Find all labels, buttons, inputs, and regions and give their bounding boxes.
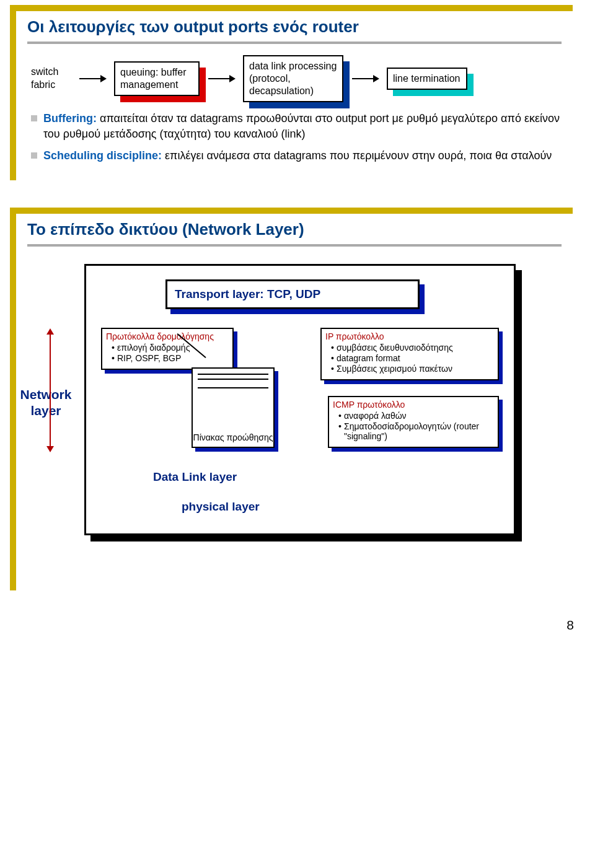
slide-title-bar: Οι λειτουργίες των output ports ενός rou… — [27, 17, 562, 44]
buffering-lead: Buffering: — [43, 112, 97, 125]
arrow-icon — [208, 78, 234, 79]
buffering-text: απαιτείται όταν τα datagrams προωθούνται… — [43, 112, 560, 140]
ip-item: datagram format — [334, 353, 494, 363]
network-layer-diagram: Network layer Transport layer: TCP, UDP … — [84, 264, 558, 535]
forwarding-table-caption: Πίνακας προώθησης — [193, 432, 273, 443]
slide-output-ports: Οι λειτουργίες των output ports ενός rou… — [10, 5, 573, 180]
net-stack-box: Transport layer: TCP, UDP Πρωτόκολλα δρο… — [84, 264, 516, 535]
ip-protocol-panel: IP πρωτόκολλο συμβάσεις διευθυνσιοδότηση… — [320, 328, 499, 380]
routing-protocols-panel: Πρωτόκολλα δρομολόγησης επιλογή διαδρομή… — [101, 328, 234, 370]
line-term-text: line termination — [387, 68, 467, 90]
data-link-layer-label: Data Link layer — [153, 470, 237, 484]
routing-items: επιλογή διαδρομής RIP, OSPF, BGP — [115, 343, 229, 363]
bullet-icon — [31, 115, 37, 121]
forwarding-table-panel: Πίνακας προώθησης — [192, 367, 275, 448]
pipeline-left-label: switch fabric — [31, 66, 71, 92]
extent-arrow-icon — [50, 330, 51, 451]
page-number: 8 — [0, 618, 574, 633]
arrow-icon — [352, 78, 378, 79]
switch-label: switch — [31, 66, 71, 79]
icmp-items: αναφορά λαθών Σηματοδοσίαδρομολογητών (r… — [342, 411, 494, 441]
output-port-pipeline: switch fabric queuing: buffer management… — [31, 55, 562, 102]
slide-network-layer: Το επίπεδο δικτύου (Network Layer) Netwo… — [10, 208, 573, 590]
datalink-text: data link processing (protocol, decapsul… — [243, 55, 343, 102]
physical-layer-label: physical layer — [182, 500, 260, 514]
datalink-box: data link processing (protocol, decapsul… — [243, 55, 343, 102]
routing-item: επιλογή διαδρομής — [115, 343, 229, 353]
bullet-buffering: Buffering: απαιτείται όταν τα datagrams … — [31, 111, 562, 142]
icmp-title: ICMP πρωτόκολλο — [333, 400, 494, 410]
transport-layer-box: Transport layer: TCP, UDP — [165, 279, 420, 309]
icmp-item: αναφορά λαθών — [342, 411, 494, 421]
bullet-icon — [31, 152, 37, 159]
bullet-scheduling: Scheduling discipline: επιλέγει ανάμεσα … — [31, 148, 562, 164]
ip-item: συμβάσεις διευθυνσιοδότησης — [334, 343, 494, 353]
line-term-box: line termination — [387, 68, 467, 90]
fabric-label: fabric — [31, 79, 71, 92]
slide1-bullets: Buffering: απαιτείται όταν τα datagrams … — [27, 111, 562, 164]
routing-item: RIP, OSPF, BGP — [115, 353, 229, 363]
ip-items: συμβάσεις διευθυνσιοδότησης datagram for… — [334, 343, 494, 374]
queuing-text: queuing: buffer management — [114, 61, 200, 96]
scheduling-lead: Scheduling discipline: — [43, 149, 162, 162]
arrow-icon — [79, 78, 105, 79]
queuing-box: queuing: buffer management — [114, 61, 200, 96]
ip-item: Συμβάσεις χειρισμού πακέτων — [334, 364, 494, 374]
icmp-protocol-panel: ICMP πρωτόκολλο αναφορά λαθών Σηματοδοσί… — [328, 396, 499, 448]
table-icon — [198, 374, 268, 388]
icmp-item: Σηματοδοσίαδρομολογητών (router "signali… — [342, 421, 494, 441]
scheduling-text: επιλέγει ανάμεσα στα datagrams που περιμ… — [165, 149, 552, 162]
routing-title: Πρωτόκολλα δρομολόγησης — [106, 331, 229, 341]
slide-title: Οι λειτουργίες των output ports ενός rou… — [27, 17, 562, 37]
slide-title: Το επίπεδο δικτύου (Network Layer) — [27, 220, 562, 239]
slide-title-bar: Το επίπεδο δικτύου (Network Layer) — [27, 220, 562, 247]
network-layer-side-label: Network layer — [17, 387, 74, 419]
ip-title: IP πρωτόκολλο — [325, 331, 494, 341]
